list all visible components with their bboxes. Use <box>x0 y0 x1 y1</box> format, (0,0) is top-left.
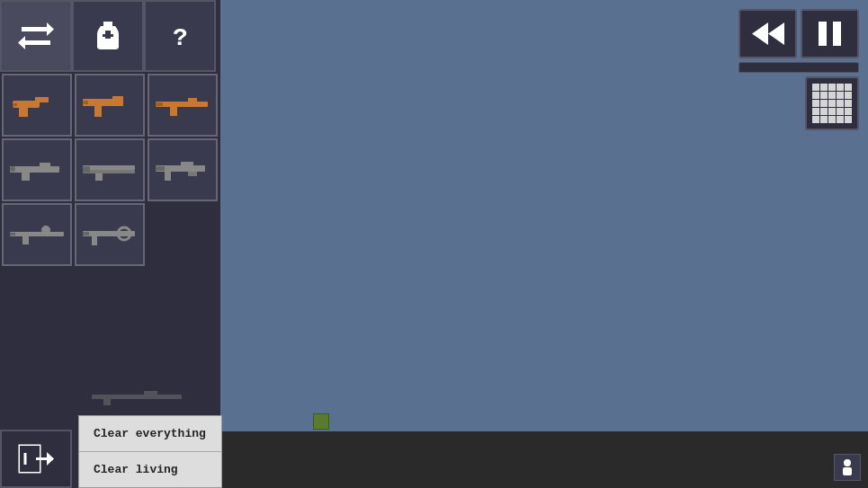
svg-rect-29 <box>165 172 171 181</box>
svg-rect-9 <box>35 97 49 102</box>
svg-rect-27 <box>83 166 90 173</box>
svg-rect-38 <box>83 231 135 236</box>
uzi-icon <box>81 92 139 119</box>
context-menu: Clear everything Clear living <box>78 415 222 488</box>
svg-rect-46 <box>833 22 841 46</box>
svg-rect-14 <box>112 96 123 101</box>
svg-text:?: ? <box>173 24 188 52</box>
pause-icon <box>814 18 846 49</box>
mg-icon <box>8 156 67 183</box>
svg-rect-11 <box>13 103 17 106</box>
svg-rect-55 <box>103 399 111 405</box>
svg-rect-39 <box>92 236 97 245</box>
svg-rect-54 <box>92 395 182 399</box>
svg-rect-2 <box>25 40 50 45</box>
svg-rect-32 <box>188 172 197 176</box>
rifle-icon <box>154 92 212 119</box>
shotgun-icon <box>81 156 139 183</box>
lmg-icon <box>81 221 139 248</box>
exit-icon <box>16 439 57 479</box>
bottle-icon <box>92 20 124 52</box>
ground <box>220 431 868 488</box>
svg-rect-30 <box>181 162 193 166</box>
svg-rect-41 <box>83 232 89 235</box>
clear-everything-button[interactable]: Clear everything <box>79 416 221 452</box>
bottom-right-button[interactable] <box>834 454 861 481</box>
dropped-weapon <box>90 388 198 406</box>
svg-rect-16 <box>156 102 208 107</box>
pause-button[interactable] <box>801 9 859 58</box>
svg-rect-26 <box>95 173 103 181</box>
svg-rect-21 <box>22 173 30 181</box>
svg-marker-1 <box>47 22 54 36</box>
playback-controls <box>738 9 859 58</box>
svg-point-23 <box>10 166 15 172</box>
svg-rect-53 <box>843 467 852 475</box>
svg-marker-50 <box>47 452 54 466</box>
weapon-cell-sniper[interactable] <box>2 203 72 266</box>
svg-rect-45 <box>819 22 827 46</box>
svg-rect-25 <box>83 170 135 173</box>
svg-rect-20 <box>10 166 59 173</box>
rewind-button[interactable] <box>738 9 797 58</box>
pistol-icon <box>8 92 67 119</box>
rewind-icon <box>750 18 786 49</box>
svg-rect-10 <box>19 108 28 117</box>
svg-rect-13 <box>94 106 102 117</box>
svg-rect-0 <box>22 27 47 31</box>
swap-icon <box>18 18 54 54</box>
svg-rect-17 <box>170 107 177 116</box>
weapon-cell-shotgun[interactable] <box>75 138 145 201</box>
svg-rect-4 <box>103 22 112 26</box>
exit-button[interactable] <box>0 430 72 488</box>
weapon-cell-lmg[interactable] <box>75 203 145 266</box>
sniper-icon <box>8 221 67 248</box>
toolbar: ? <box>0 0 220 72</box>
svg-rect-24 <box>83 165 135 170</box>
question-icon: ? <box>164 20 196 52</box>
svg-rect-19 <box>156 102 163 106</box>
weapon-cell-pistol[interactable] <box>2 74 72 137</box>
help-button[interactable]: ? <box>144 0 216 72</box>
svg-marker-44 <box>768 22 784 45</box>
svg-rect-22 <box>40 163 50 167</box>
svg-rect-33 <box>10 232 64 236</box>
weapon-cell-assault[interactable] <box>148 138 218 201</box>
item-button[interactable] <box>72 0 144 72</box>
grid-toggle-button[interactable] <box>805 76 859 130</box>
svg-rect-34 <box>22 236 29 244</box>
character-sprite <box>313 413 329 430</box>
svg-point-52 <box>844 459 851 466</box>
progress-bar[interactable] <box>738 62 859 73</box>
weapon-cell-rifle[interactable] <box>148 74 218 137</box>
top-right-controls <box>738 9 859 73</box>
svg-rect-18 <box>188 98 197 102</box>
weapon-grid <box>0 72 220 268</box>
assault-icon <box>154 156 212 183</box>
weapon-cell-uzi[interactable] <box>75 74 145 137</box>
svg-marker-43 <box>752 22 768 45</box>
svg-rect-6 <box>105 31 111 39</box>
svg-marker-3 <box>18 36 25 49</box>
svg-rect-56 <box>144 391 157 395</box>
swap-button[interactable] <box>0 0 72 72</box>
grid-icon <box>812 84 852 123</box>
svg-rect-37 <box>10 233 15 235</box>
svg-rect-15 <box>83 101 88 104</box>
person-icon <box>838 458 856 476</box>
weapon-cell-mg[interactable] <box>2 138 72 201</box>
clear-living-button[interactable]: Clear living <box>79 452 221 487</box>
svg-rect-31 <box>156 166 165 171</box>
